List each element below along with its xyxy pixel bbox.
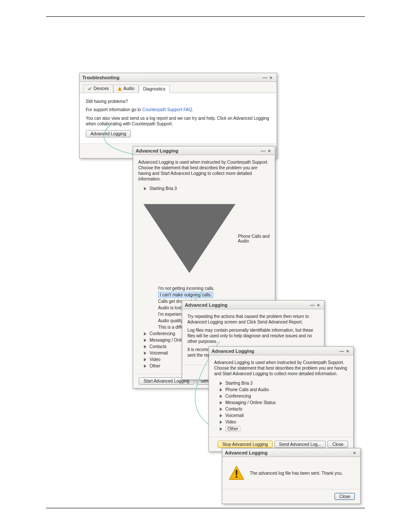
window-title: Advanced Logging [212, 348, 254, 354]
tree-label: Starting Bria 3 [225, 381, 252, 386]
titlebar: Troubleshooting — × [80, 73, 277, 82]
advanced-logging-stop-window: Advanced Logging — × Advanced Logging is… [209, 346, 354, 452]
still-having-problems: Still having problems? [86, 99, 271, 104]
chevron-right-icon [219, 388, 223, 392]
close-icon[interactable]: × [345, 348, 351, 354]
titlebar: Advanced Logging — × [209, 347, 353, 355]
tab-row: Devices ! Audio Diagnostics [80, 82, 277, 93]
warning-icon: ! [118, 87, 122, 91]
tree-label: Messaging / Online Status [225, 400, 276, 405]
tree-phone-calls-audio[interactable]: Phone Calls and Audio [143, 192, 270, 285]
minimize-icon[interactable]: — [260, 148, 266, 153]
tree-contacts[interactable]: Contacts [219, 406, 348, 412]
titlebar: Advanced Logging — × [133, 146, 275, 155]
minimize-icon[interactable]: — [339, 348, 345, 354]
chevron-right-icon [219, 420, 223, 424]
tree-voicemail[interactable]: Voicemail [219, 412, 348, 419]
stop-advanced-logging-button[interactable]: Stop Advanced Logging [218, 441, 273, 448]
tab-devices[interactable]: Devices [83, 84, 113, 93]
tree-starting-bria[interactable]: Starting Bria 3 [219, 380, 348, 386]
check-icon [87, 87, 92, 91]
notice-line-1: Try repeating the actions that caused th… [187, 314, 319, 325]
tree-label: Starting Bria 3 [149, 186, 177, 191]
window-title: Troubleshooting [82, 75, 119, 80]
intro-text: Advanced Logging is used when instructed… [214, 360, 348, 376]
tree-label: Video [149, 357, 160, 362]
support-text-pre: For support information go to [86, 107, 142, 112]
tree-label: Voicemail [225, 413, 244, 418]
svg-text:!: ! [235, 467, 239, 480]
close-icon[interactable]: × [268, 75, 274, 80]
tab-diagnostics-label: Diagnostics [143, 87, 165, 91]
close-icon[interactable]: × [315, 302, 321, 308]
intro-text: Advanced Logging is used when instructed… [138, 159, 270, 182]
advanced-logging-sent-window: Advanced Logging × ! The advanced log fi… [222, 448, 361, 504]
tab-audio-label: Audio [124, 86, 135, 91]
tree-messaging[interactable]: Messaging / Online Status [219, 399, 348, 406]
tree-starting-bria[interactable]: Starting Bria 3 [143, 185, 270, 192]
tree-label: Phone Calls and Audio [225, 387, 269, 392]
chevron-right-icon [219, 408, 223, 411]
chevron-right-icon [143, 332, 147, 336]
sent-message: The advanced log file has been sent. Tha… [250, 471, 343, 476]
chevron-right-icon [219, 382, 223, 385]
chevron-right-icon [219, 414, 223, 417]
tree-label: Video [225, 420, 236, 424]
chevron-right-icon [143, 364, 147, 368]
tree-phone-calls-audio[interactable]: Phone Calls and Audio [219, 386, 348, 393]
window-title: Advanced Logging [185, 302, 227, 308]
chevron-right-icon [143, 352, 147, 355]
page-bottom-rule [46, 508, 365, 508]
titlebar: Advanced Logging — × [182, 301, 324, 309]
minimize-icon[interactable]: — [309, 302, 315, 308]
chevron-right-icon [143, 345, 147, 348]
window-title: Advanced Logging [225, 450, 268, 455]
tree-label: Phone Calls and Audio [238, 234, 270, 243]
close-icon[interactable]: × [352, 450, 358, 455]
support-faq-link[interactable]: Counterpath Support FAQ [142, 107, 192, 112]
send-advanced-log-button[interactable]: Send Advanced Log... [274, 441, 326, 448]
tree-label-other: Other [225, 426, 240, 432]
support-text-post: . [192, 107, 193, 112]
tree-other[interactable]: Other [219, 425, 348, 432]
chevron-right-icon [219, 401, 223, 404]
svg-text:!: ! [119, 88, 120, 90]
tree-label: Contacts [225, 407, 242, 411]
minimize-icon[interactable]: — [262, 75, 268, 80]
tab-audio[interactable]: ! Audio [113, 84, 139, 93]
tree-label: Other [149, 364, 160, 368]
chevron-right-icon [219, 427, 223, 431]
page-top-rule [46, 16, 365, 17]
close-button[interactable]: Close [334, 493, 355, 500]
chevron-right-icon [219, 395, 223, 398]
tree-conferencing[interactable]: Conferencing [219, 393, 348, 399]
chevron-right-icon [143, 358, 147, 361]
warning-icon: ! [228, 465, 245, 481]
chevron-right-icon [143, 187, 147, 190]
tab-diagnostics[interactable]: Diagnostics [139, 85, 170, 93]
close-icon[interactable]: × [266, 148, 272, 153]
tree-video[interactable]: Video [219, 419, 348, 425]
chevron-right-icon [143, 339, 147, 342]
close-button[interactable]: Close [327, 441, 348, 448]
tab-devices-label: Devices [93, 86, 109, 91]
chevron-down-icon [143, 193, 235, 284]
tree-label: Conferencing [225, 394, 251, 398]
window-title: Advanced Logging [136, 148, 178, 153]
tree-label: Conferencing [149, 331, 175, 336]
titlebar: Advanced Logging × [222, 448, 360, 457]
